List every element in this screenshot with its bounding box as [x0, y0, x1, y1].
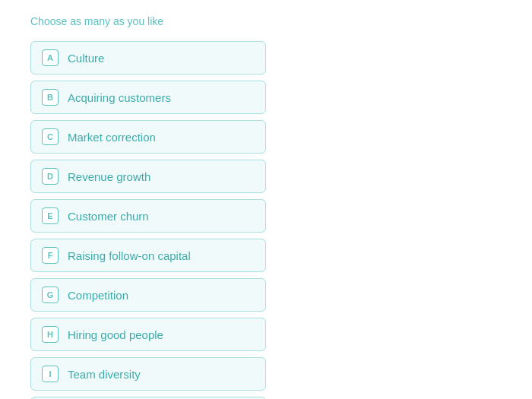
option-key-g: G [42, 287, 59, 303]
option-label-d: Revenue growth [68, 170, 150, 183]
option-label-h: Hiring good people [68, 328, 163, 341]
option-item-g[interactable]: GCompetition [30, 278, 266, 312]
option-list: ACultureBAcquiring customersCMarket corr… [30, 41, 502, 399]
option-label-b: Acquiring customers [68, 91, 171, 104]
option-item-b[interactable]: BAcquiring customers [30, 81, 266, 114]
option-key-f: F [42, 247, 59, 264]
option-item-f[interactable]: FRaising follow-on capital [30, 239, 266, 272]
option-item-h[interactable]: HHiring good people [30, 318, 266, 351]
option-label-e: Customer churn [68, 210, 149, 223]
option-key-b: B [42, 89, 59, 106]
option-item-e[interactable]: ECustomer churn [30, 199, 266, 233]
option-key-c: C [42, 128, 59, 145]
option-label-a: Culture [68, 52, 104, 65]
option-label-i: Team diversity [68, 368, 141, 381]
option-key-e: E [42, 207, 59, 224]
option-item-i[interactable]: ITeam diversity [30, 357, 266, 391]
option-key-h: H [42, 326, 59, 343]
option-label-c: Market correction [68, 131, 156, 144]
instruction-text: Choose as many as you like [30, 15, 502, 27]
option-key-d: D [42, 168, 59, 185]
option-item-c[interactable]: CMarket correction [30, 120, 266, 154]
option-label-g: Competition [68, 289, 128, 302]
option-key-a: A [42, 49, 59, 66]
option-key-i: I [42, 366, 59, 382]
option-label-f: Raising follow-on capital [68, 249, 191, 262]
option-item-a[interactable]: ACulture [30, 41, 266, 74]
option-item-d[interactable]: DRevenue growth [30, 160, 266, 193]
